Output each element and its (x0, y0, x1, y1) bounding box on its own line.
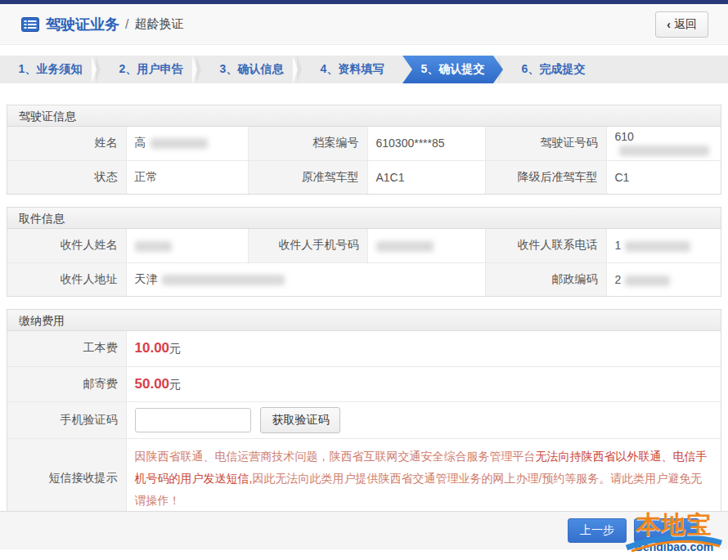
step-6-complete-submit: 6、完成提交 (503, 56, 604, 83)
original-class-value: A1C1 (367, 160, 485, 194)
steps-filler (604, 56, 728, 83)
redacted-value (376, 241, 434, 252)
footer-action-bar: 上一步 (0, 511, 728, 549)
redacted-value (625, 241, 690, 252)
fees-table: 工本费 10.00元 邮寄费 50.00元 手机验证码 获取验证码 短信接收提示… (7, 331, 721, 518)
recipient-address-value: 天津 (126, 262, 485, 296)
back-button-label: 返回 (674, 17, 697, 32)
table-row: 工本费 10.00元 (7, 331, 721, 366)
breadcrumb-current: 超龄换证 (134, 16, 183, 32)
production-fee-value: 10.00元 (126, 331, 721, 366)
license-info-table: 姓名 高 档案编号 610300****85 驾驶证号码 610 状态 正常 原… (7, 127, 721, 194)
table-row: 姓名 高 档案编号 610300****85 驾驶证号码 610 (7, 127, 721, 160)
recipient-mobile-value (367, 229, 485, 262)
pickup-info-title: 取件信息 (7, 208, 721, 229)
file-number-label: 档案编号 (248, 127, 367, 160)
postage-fee-label: 邮寄费 (7, 366, 126, 401)
table-row: 短信接收提示 因陕西省联通、电信运营商技术问题，陕西省互联网交通安全综合服务管理… (7, 438, 721, 518)
sms-code-input[interactable] (135, 408, 251, 432)
status-label: 状态 (7, 160, 126, 194)
notice-segment: 因陕西省联通、电信运营商技术问题，陕西省互联网交通安全综合服务管理平台 (135, 450, 536, 463)
original-class-label: 原准驾车型 (248, 160, 367, 194)
redacted-value (619, 146, 709, 156)
postcode-label: 邮政编码 (485, 262, 606, 296)
get-code-button[interactable]: 获取验证码 (260, 407, 340, 433)
recipient-name-label: 收件人姓名 (7, 229, 126, 262)
sms-notice-label: 短信接收提示 (7, 438, 126, 518)
downgraded-class-value: C1 (606, 160, 721, 194)
step-2-user-declaration: 2、用户申告 (101, 56, 201, 83)
table-row: 收件人姓名 收件人手机号码 收件人联系电话 1 (7, 229, 721, 262)
list-icon (21, 17, 39, 32)
step-5-confirm-submit-active: 5、确认提交 (402, 56, 503, 83)
page-header: 驾驶证业务 / 超龄换证 ‹ 返回 (0, 4, 728, 45)
table-row: 收件人地址 天津 邮政编码 2 (7, 262, 721, 296)
sms-notice-text: 因陕西省联通、电信运营商技术问题，陕西省互联网交通安全综合服务管理平台无法向持陕… (135, 446, 713, 512)
redacted-value (151, 138, 208, 149)
fees-title: 缴纳费用 (7, 310, 721, 331)
recipient-address-label: 收件人地址 (7, 262, 126, 296)
postage-fee-amount: 50.00 (135, 376, 170, 392)
table-row: 邮寄费 50.00元 (7, 366, 721, 401)
table-row: 手机验证码 获取验证码 (7, 401, 721, 438)
downgraded-class-label: 降级后准驾车型 (485, 160, 606, 194)
license-number-text: 610 (615, 130, 634, 143)
pickup-info-table: 收件人姓名 收件人手机号码 收件人联系电话 1 收件人地址 天津 邮政编码 2 (7, 229, 721, 296)
step-3-confirm-info: 3、确认信息 (201, 56, 302, 83)
name-label: 姓名 (7, 127, 126, 160)
recipient-phone-value: 1 (606, 229, 721, 262)
page-title: 驾驶证业务 (46, 15, 119, 34)
sms-notice-cell: 因陕西省联通、电信运营商技术问题，陕西省互联网交通安全综合服务管理平台无法向持陕… (126, 438, 721, 518)
sms-code-label: 手机验证码 (7, 401, 126, 438)
status-value: 正常 (126, 160, 248, 194)
production-fee-unit: 元 (169, 342, 181, 355)
recipient-mobile-label: 收件人手机号码 (248, 229, 367, 262)
recipient-address-text: 天津 (135, 272, 158, 285)
redacted-value (625, 276, 670, 286)
pickup-info-section: 取件信息 收件人姓名 收件人手机号码 收件人联系电话 1 收件人地址 天津 邮政… (7, 207, 721, 297)
license-number-value: 610 (606, 127, 721, 160)
fees-section: 缴纳费用 工本费 10.00元 邮寄费 50.00元 手机验证码 获取验证码 短… (7, 309, 721, 519)
previous-step-button[interactable]: 上一步 (568, 518, 627, 543)
bendibao-watermark: 本地宝 Bendibao.com (622, 512, 726, 553)
postcode-text: 2 (615, 273, 622, 286)
postcode-value: 2 (606, 262, 721, 296)
watermark-chinese-text: 本地宝 (622, 512, 726, 538)
redacted-value (162, 275, 285, 285)
file-number-value: 610300****85 (367, 127, 485, 160)
step-1-business-notice: 1、业务须知 (0, 56, 101, 83)
name-value: 高 (126, 127, 248, 160)
table-row: 状态 正常 原准驾车型 A1C1 降级后准驾车型 C1 (7, 160, 721, 194)
production-fee-amount: 10.00 (135, 340, 170, 356)
sms-code-cell: 获取验证码 (126, 401, 721, 438)
license-info-section: 驾驶证信息 姓名 高 档案编号 610300****85 驾驶证号码 610 状… (7, 105, 721, 195)
postage-fee-unit: 元 (169, 378, 181, 391)
step-progress-bar: 1、业务须知 2、用户申告 3、确认信息 4、资料填写 5、确认提交 6、完成提… (0, 56, 728, 83)
back-button[interactable]: ‹ 返回 (655, 11, 708, 38)
recipient-phone-label: 收件人联系电话 (485, 229, 606, 262)
postage-fee-value: 50.00元 (126, 366, 721, 401)
license-info-title: 驾驶证信息 (7, 105, 721, 127)
recipient-name-value (126, 229, 248, 262)
license-number-label: 驾驶证号码 (485, 127, 606, 160)
breadcrumb-separator: / (125, 17, 128, 32)
back-chevron-icon: ‹ (667, 18, 671, 31)
production-fee-label: 工本费 (7, 331, 126, 366)
step-4-fill-materials: 4、资料填写 (302, 56, 402, 83)
name-value-text: 高 (135, 136, 146, 149)
redacted-value (135, 241, 172, 252)
recipient-phone-text: 1 (615, 239, 622, 252)
